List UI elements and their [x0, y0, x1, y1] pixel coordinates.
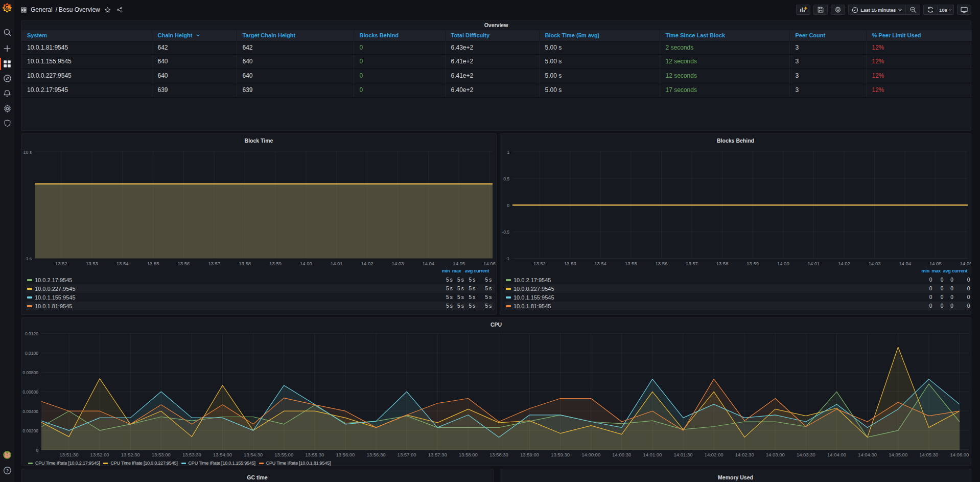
svg-text:14:00:00: 14:00:00 — [581, 452, 600, 457]
refresh-interval-picker[interactable]: 10s — [938, 5, 954, 15]
refresh-button[interactable] — [923, 5, 938, 15]
sidebar-item-alerting[interactable] — [0, 86, 14, 101]
sidebar-item-create[interactable] — [0, 41, 14, 56]
sidebar-item-explore[interactable] — [0, 71, 14, 85]
legend-column-current[interactable]: current — [474, 268, 489, 273]
legend-column-max[interactable]: max — [931, 268, 941, 273]
legend-row[interactable]: 10.0.2.17:95450000 — [505, 276, 970, 284]
svg-text:14:03: 14:03 — [869, 261, 881, 266]
chevron-down-icon — [898, 8, 902, 12]
legend-series-name[interactable]: 10.0.0.227:9545 — [35, 286, 76, 292]
column-header[interactable]: Chain Height — [152, 30, 237, 41]
zoom-out-button[interactable] — [906, 5, 920, 15]
column-header[interactable]: System — [21, 30, 152, 41]
add-panel-button[interactable] — [796, 5, 810, 15]
sidebar-item-help[interactable]: ? — [0, 463, 14, 477]
legend-column-min[interactable]: min — [921, 268, 929, 273]
panel-overview: Overview SystemChain HeightTarget Chain … — [21, 20, 971, 131]
page-title[interactable]: Besu Overview — [59, 6, 100, 13]
legend-series-name[interactable]: 10.0.1.81:9545 — [35, 303, 72, 309]
legend-series-name[interactable]: 10.0.1.81:9545 — [514, 303, 551, 309]
legend-value: 5 s — [469, 294, 475, 300]
column-header[interactable]: Block Time (5m avg) — [539, 30, 660, 41]
legend-column-min[interactable]: min — [442, 268, 450, 273]
legend-value: 5 s — [457, 303, 463, 309]
toolbar: Last 15 minutes 10s — [796, 5, 971, 15]
cycle-view-button[interactable] — [957, 5, 971, 15]
legend-row[interactable]: 10.0.2.17:95455 s5 s5 s5 s — [26, 276, 495, 284]
dashboard-settings-button[interactable] — [831, 5, 845, 15]
grafana-logo[interactable] — [2, 3, 12, 13]
legend-row[interactable]: 10.0.0.227:95450000 — [505, 284, 970, 293]
svg-text:13:58: 13:58 — [716, 261, 729, 266]
table-cell: 12 seconds — [660, 68, 789, 83]
legend-item[interactable]: CPU Time IRate [10.0.1.81:9545] — [259, 461, 331, 466]
sidebar-item-configuration[interactable] — [0, 101, 14, 116]
legend-item[interactable]: CPU Time IRate [10.0.2.17:9545] — [28, 461, 100, 466]
table-cell: 2 seconds — [660, 41, 789, 54]
legend-column-avg[interactable]: avg — [465, 268, 473, 273]
legend-column-max[interactable]: max — [452, 268, 461, 273]
legend-item[interactable]: CPU Time IRate [10.0.0.227:9545] — [103, 461, 177, 466]
table-cell: 0 — [354, 83, 445, 97]
legend-series-name[interactable]: 10.0.1.155:9545 — [514, 294, 554, 301]
column-header[interactable]: Peer Count — [789, 30, 866, 41]
legend-value: 0 — [967, 294, 970, 300]
svg-text:13:55:30: 13:55:30 — [305, 452, 324, 457]
legend-series-name[interactable]: 10.0.1.155:9545 — [35, 294, 76, 301]
legend-column-current[interactable]: current — [952, 268, 967, 273]
save-dashboard-button[interactable] — [813, 5, 828, 15]
legend-value: 0 — [950, 277, 953, 283]
legend-value: 0 — [929, 277, 932, 283]
svg-text:14:02: 14:02 — [361, 261, 374, 266]
compass-icon — [3, 74, 12, 83]
user-avatar[interactable] — [3, 451, 11, 459]
legend-value: 0 — [967, 286, 970, 291]
sidebar-item-server-admin[interactable] — [0, 116, 14, 130]
chevron-down-icon — [948, 8, 952, 12]
panel-title[interactable]: Overview — [21, 22, 971, 28]
legend-series-name[interactable]: 10.0.0.227:9545 — [514, 286, 554, 292]
breadcrumb-folder[interactable]: General — [31, 6, 53, 13]
svg-text:13:57: 13:57 — [686, 261, 698, 266]
svg-text:14:05:00: 14:05:00 — [889, 452, 907, 457]
cpu-chart[interactable]: 00.002000.004000.006000.008000.01000.012… — [21, 318, 971, 465]
panel-title[interactable]: Memory Used — [500, 474, 971, 480]
legend-value: 0 — [941, 286, 943, 291]
svg-text:14:03:30: 14:03:30 — [797, 452, 815, 457]
panel-title[interactable]: GC time — [21, 474, 493, 480]
legend-series-name[interactable]: 10.0.2.17:9545 — [514, 277, 551, 283]
legend-column-avg[interactable]: avg — [943, 268, 950, 273]
legend-row[interactable]: 10.0.0.227:95455 s5 s5 s5 s — [26, 284, 495, 293]
table-cell: 0 — [354, 41, 445, 54]
legend-item[interactable]: CPU Time IRate [10.0.1.155:9545] — [181, 461, 255, 466]
column-header[interactable]: Total Difficulty — [445, 30, 539, 41]
sidebar-item-search[interactable] — [0, 25, 14, 39]
legend-row[interactable]: 10.0.1.81:95450000 — [505, 302, 970, 310]
svg-text:13:53: 13:53 — [564, 261, 576, 266]
svg-text:14:05: 14:05 — [929, 261, 942, 266]
time-range-picker[interactable]: Last 15 minutes — [848, 5, 906, 15]
legend-series-name[interactable]: 10.0.2.17:9545 — [35, 277, 72, 283]
legend-row[interactable]: 10.0.1.81:95455 s5 s5 s5 s — [26, 302, 495, 310]
column-header[interactable]: % Peer Limit Used — [866, 30, 972, 41]
legend-value: 0 — [967, 303, 970, 309]
svg-text:13:54:30: 13:54:30 — [244, 452, 263, 457]
star-dashboard-button[interactable] — [104, 7, 111, 13]
legend-series-name: CPU Time IRate [10.0.1.81:9545] — [266, 461, 331, 466]
legend-row[interactable]: 10.0.1.155:95455 s5 s5 s5 s — [26, 293, 495, 302]
svg-text:13:59:00: 13:59:00 — [520, 452, 539, 457]
column-header[interactable]: Target Chain Height — [237, 30, 354, 41]
sidebar-item-dashboards[interactable] — [0, 57, 14, 71]
share-dashboard-button[interactable] — [116, 7, 123, 13]
svg-text:14:04: 14:04 — [899, 261, 911, 266]
svg-text:13:59:30: 13:59:30 — [551, 452, 570, 457]
column-header[interactable]: Blocks Behind — [354, 30, 445, 41]
svg-text:13:52: 13:52 — [55, 261, 67, 266]
legend-row[interactable]: 10.0.1.155:95450000 — [505, 293, 970, 302]
svg-text:13:58:00: 13:58:00 — [459, 452, 478, 457]
table-cell: 12% — [866, 83, 972, 97]
panel-memory-used: Memory Used — [500, 469, 971, 482]
share-icon — [116, 7, 123, 13]
column-header[interactable]: Time Since Last Block — [660, 30, 789, 41]
